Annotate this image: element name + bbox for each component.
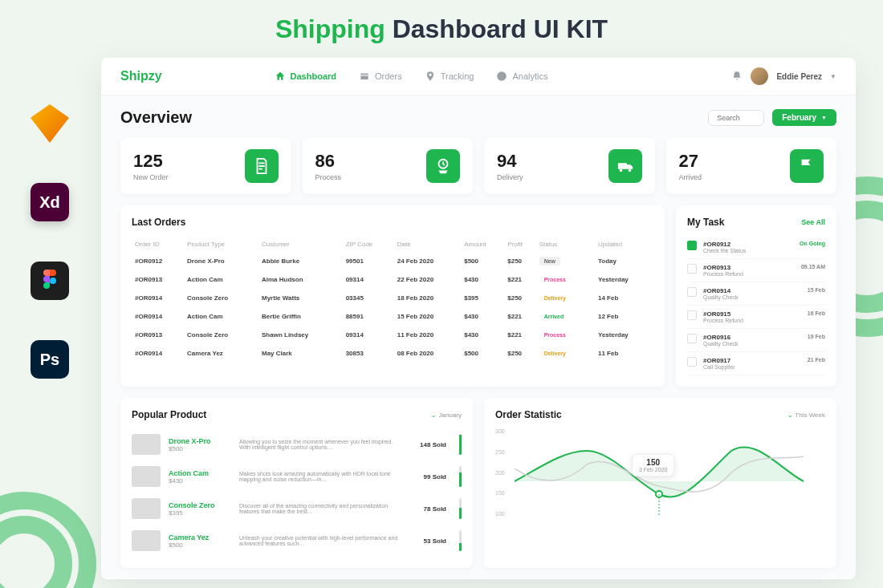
sold-bar xyxy=(459,434,462,455)
checkbox[interactable] xyxy=(687,357,697,367)
dashboard-icon xyxy=(275,71,286,82)
task-item[interactable]: #OR0914Quality Check15 Feb xyxy=(687,282,825,306)
username[interactable]: Eddie Perez xyxy=(776,72,822,81)
search-input[interactable] xyxy=(708,110,764,126)
figma-icon xyxy=(31,262,69,300)
product-image xyxy=(132,498,161,519)
promo-title: Shipping Dashboard UI KIT xyxy=(0,0,883,55)
logo[interactable]: Shipzy xyxy=(120,69,162,83)
month-label: February xyxy=(782,113,816,122)
chart-title: Order Statistic xyxy=(495,409,562,420)
checkbox[interactable] xyxy=(687,287,697,297)
col-header: Updated xyxy=(596,237,652,251)
svg-point-0 xyxy=(50,278,56,284)
status-badge: Process xyxy=(539,330,571,339)
sold-bar xyxy=(459,530,462,551)
col-header: Status xyxy=(538,237,595,251)
popular-title: Popular Product xyxy=(132,409,206,420)
product-image xyxy=(132,530,161,551)
task-item[interactable]: #OR0917Call Supplier21 Feb xyxy=(687,352,825,375)
nav-dashboard[interactable]: Dashboard xyxy=(275,71,336,82)
product-image xyxy=(132,466,161,487)
task-item[interactable]: #OR0916Quality Check19 Feb xyxy=(687,329,825,352)
page-title: Overview xyxy=(120,108,192,127)
status-badge: Process xyxy=(539,275,571,284)
sketch-icon xyxy=(31,104,69,143)
stat-new-order[interactable]: 125New Order xyxy=(120,138,291,194)
task-item[interactable]: #OR0912Check the StatusOn Going xyxy=(687,236,825,259)
order-statistic-panel: Order Statistic ⌄ This Week 300250200150… xyxy=(484,398,836,568)
chart-tooltip: 150 3 Feb 2020 xyxy=(632,454,674,476)
status-badge: Delivery xyxy=(539,349,571,358)
chart-area: 300250200150100 150 3 Feb 2020 xyxy=(495,428,825,517)
table-row[interactable]: #OR0913Console ZeroShawn Lindsey0931411 … xyxy=(133,326,652,343)
checkbox[interactable] xyxy=(687,334,697,343)
chevron-down-icon: ▼ xyxy=(821,115,827,120)
chart-period-select[interactable]: ⌄ This Week xyxy=(787,412,825,419)
xd-icon: Xd xyxy=(31,183,69,221)
col-header: Date xyxy=(396,237,461,251)
orders-icon xyxy=(359,71,370,82)
table-row[interactable]: #OR0913Action CamAlma Hudson0931422 Feb … xyxy=(133,271,652,288)
svg-rect-2 xyxy=(360,75,368,79)
checkbox[interactable] xyxy=(687,310,697,320)
tool-icons: Xd Ps xyxy=(31,104,69,379)
stat-delivery[interactable]: 94Delivery xyxy=(484,138,655,194)
promo-green: Shipping xyxy=(275,14,385,43)
dashboard-window: Shipzy DashboardOrdersTrackingAnalytics … xyxy=(101,58,856,579)
chevron-down-icon[interactable]: ▼ xyxy=(830,73,836,80)
task-item[interactable]: #OR0915Process Refund16 Feb xyxy=(687,306,825,329)
promo-dark: Dashboard UI KIT xyxy=(393,14,608,43)
svg-point-4 xyxy=(619,169,622,172)
table-row[interactable]: #OR0914Console ZeroMyrtie Watts0334518 F… xyxy=(133,290,652,306)
cart-icon xyxy=(426,149,460,183)
tracking-icon xyxy=(425,71,436,82)
status-badge: Arrived xyxy=(539,312,569,321)
sold-bar xyxy=(459,466,462,487)
svg-rect-1 xyxy=(360,74,368,75)
col-header: Order ID xyxy=(133,237,184,251)
top-nav: Shipzy DashboardOrdersTrackingAnalytics … xyxy=(101,58,856,95)
col-header: Customer xyxy=(260,237,343,251)
flag-icon xyxy=(790,149,824,183)
nav-tracking[interactable]: Tracking xyxy=(425,71,474,82)
status-badge: Delivery xyxy=(539,294,571,302)
col-header: Amount xyxy=(462,237,504,251)
checkbox[interactable] xyxy=(687,264,697,274)
popular-period-select[interactable]: ⌄ January xyxy=(431,412,462,419)
decorative-arcs-left xyxy=(0,492,96,588)
col-header: ZIP Code xyxy=(344,237,394,251)
product-image xyxy=(132,434,161,455)
popular-product-panel: Popular Product ⌄ January Drone X-Pro$50… xyxy=(120,398,473,568)
table-row[interactable]: #OR0914Camera YezMay Clark3085308 Feb 20… xyxy=(133,345,652,362)
avatar[interactable] xyxy=(751,67,768,85)
see-all-link[interactable]: See All xyxy=(801,218,825,226)
stat-arrived[interactable]: 27Arrived xyxy=(666,138,837,194)
col-header: Product Type xyxy=(185,237,258,251)
sold-bar xyxy=(459,498,462,519)
checkbox[interactable] xyxy=(687,241,697,250)
task-item[interactable]: #OR0913Process Refund09.15 AM xyxy=(687,259,825,282)
last-orders-panel: Last Orders Order IDProduct TypeCustomer… xyxy=(120,205,665,387)
table-row[interactable]: #OR0912Drone X-ProAbbie Burke9950124 Feb… xyxy=(133,253,652,270)
bell-icon[interactable] xyxy=(731,71,743,82)
product-item[interactable]: Drone X-Pro$500Allowing you to seize the… xyxy=(132,428,462,460)
table-row[interactable]: #OR0914Action CamBertie Griffin8859115 F… xyxy=(133,308,652,325)
orders-table: Order IDProduct TypeCustomerZIP CodeDate… xyxy=(132,236,653,363)
nav-orders[interactable]: Orders xyxy=(359,71,402,82)
product-item[interactable]: Camera Yez$500Unleash your creative pote… xyxy=(132,525,462,557)
analytics-icon xyxy=(496,71,507,82)
orders-title: Last Orders xyxy=(132,217,185,228)
col-header: Profit xyxy=(506,237,535,251)
ps-icon: Ps xyxy=(31,340,69,379)
month-select[interactable]: February ▼ xyxy=(772,109,836,126)
nav-analytics[interactable]: Analytics xyxy=(496,71,547,82)
tasks-title: My Task xyxy=(687,217,724,228)
file-icon xyxy=(245,149,279,183)
stat-process[interactable]: 86Process xyxy=(303,138,474,194)
truck-icon xyxy=(608,149,642,183)
my-task-panel: My Task See All #OR0912Check the StatusO… xyxy=(676,205,836,387)
product-item[interactable]: Console Zero$395Discover all of the amaz… xyxy=(132,493,462,525)
product-item[interactable]: Action Cam$430Makes shots look amazing a… xyxy=(132,460,462,493)
status-badge: New xyxy=(539,257,560,266)
